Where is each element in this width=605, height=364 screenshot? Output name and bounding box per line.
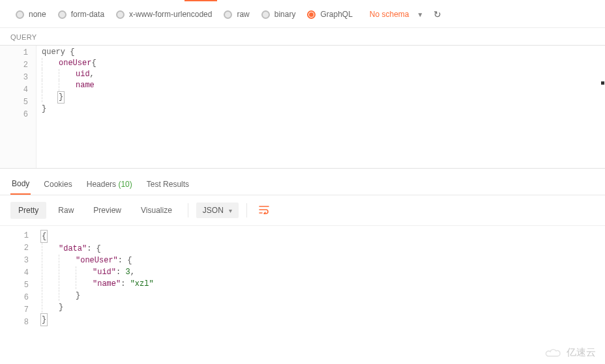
view-mode-raw[interactable]: Raw [50,202,81,219]
indent-guide [59,69,76,80]
code-token: } [40,313,48,326]
code-token: uid [76,69,90,80]
code-token: : [116,266,125,278]
indent-guide [76,266,93,277]
no-schema-label[interactable]: No schema [370,10,409,19]
body-type-x-www-form-urlencoded[interactable]: x-www-form-urlencoded [116,10,212,19]
radio-label: raw [237,10,249,19]
code-token: } [57,91,65,104]
indent-guide [42,278,59,289]
line-number: 4 [0,84,36,96]
response-toolbar: PrettyRawPreviewVisualizeJSON▾ [0,195,605,226]
radio-dot-icon [261,10,270,19]
code-line: "data": { [42,243,154,255]
response-gutter: 12345678 [0,229,37,329]
body-type-form-data[interactable]: form-data [58,10,104,19]
body-type-binary[interactable]: binary [261,10,296,19]
radio-dot-icon [307,10,316,19]
top-accent-bar [184,0,217,1]
radio-label: GraphQL [320,10,352,19]
code-token: , [130,266,135,278]
toolbar-separator [246,203,247,217]
radio-dot-icon [116,10,125,19]
radio-label: binary [274,10,296,19]
format-select[interactable]: JSON▾ [196,203,239,218]
code-token: 3 [125,266,130,278]
indent-guide [42,69,59,80]
body-type-raw[interactable]: raw [224,10,249,19]
indent-guide [42,80,59,91]
query-editor[interactable]: 123456 query {oneUser{uid,name}} [0,45,605,169]
wrap-lines-icon[interactable] [255,203,273,219]
code-token: : { [118,255,132,266]
code-token: "name" [93,278,121,290]
format-label: JSON [203,206,224,215]
view-mode-pretty[interactable]: Pretty [10,202,46,219]
line-number: 7 [0,304,37,316]
code-line: query { [42,47,96,58]
line-number: 4 [0,267,37,279]
body-type-graphql[interactable]: GraphQL [307,10,352,19]
code-line: } [42,104,96,115]
response-tab-headers[interactable]: Headers (10) [85,176,134,194]
line-number: 3 [0,255,37,267]
watermark-cloud-icon [544,348,563,358]
line-number: 3 [0,72,36,84]
indent-guide [42,58,59,69]
query-code[interactable]: query {oneUser{uid,name}} [37,46,96,168]
indent-guide [42,243,59,254]
indent-guide [42,255,59,266]
code-token: } [59,301,63,313]
view-mode-preview[interactable]: Preview [85,202,129,219]
indent-guide [42,301,59,313]
radio-dot-icon [58,10,66,19]
tab-label: Headers [87,180,116,189]
code-token: : { [87,243,101,255]
code-line: name [42,80,96,91]
query-gutter: 123456 [0,46,37,168]
response-tab-cookies[interactable]: Cookies [42,176,73,194]
line-number: 6 [0,109,36,121]
response-tab-test-results[interactable]: Test Results [145,176,190,194]
toolbar-separator [188,203,188,217]
line-number: 6 [0,292,37,304]
code-token: name [76,80,95,91]
chevron-down-icon[interactable]: ▼ [415,11,426,18]
refresh-icon[interactable]: ↻ [431,9,444,20]
tab-label: Test Results [147,180,189,189]
code-line: oneUser{ [42,58,96,69]
line-number: 1 [0,230,37,242]
watermark: 亿速云 [544,346,596,359]
query-section-label: QUERY [0,27,605,45]
code-line: } [42,290,154,301]
tab-count: (10) [116,180,132,189]
code-token: "xzl" [130,278,154,290]
code-line: } [42,91,96,104]
code-token: , [90,69,95,80]
watermark-text: 亿速云 [567,346,596,359]
code-token: "oneUser" [76,255,118,266]
indent-guide [42,266,59,277]
response-code[interactable]: {"data": {"oneUser": {"uid": 3,"name": "… [37,229,154,329]
line-number: 5 [0,96,36,109]
code-token: oneUser [59,58,91,69]
indent-guide [42,290,59,301]
tab-label: Cookies [44,180,72,189]
view-mode-visualize[interactable]: Visualize [133,202,180,219]
code-line: uid, [42,69,96,80]
code-line: { [42,230,154,243]
response-tabs: BodyCookiesHeaders (10)Test Results [0,169,605,195]
response-editor[interactable]: 12345678 {"data": {"oneUser": {"uid": 3,… [0,226,605,329]
code-token: : [121,278,130,290]
code-line: } [42,301,154,313]
indent-guide [59,290,76,301]
indent-guide [59,80,76,91]
line-number: 2 [0,59,36,72]
response-tab-body[interactable]: Body [10,175,31,195]
radio-dot-icon [16,10,24,19]
radio-label: x-www-form-urlencoded [129,10,212,19]
chevron-down-icon: ▾ [229,207,232,214]
schema-controls: No schema▼↻ [370,9,445,20]
body-type-none[interactable]: none [16,10,46,19]
indent-guide [59,266,76,277]
